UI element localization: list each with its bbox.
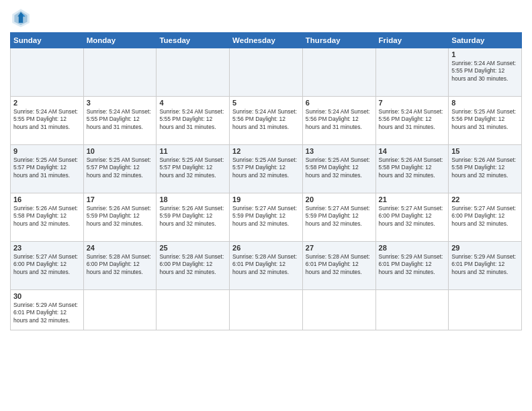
day-info: Sunrise: 5:26 AM Sunset: 5:59 PM Dayligh… bbox=[87, 205, 154, 228]
day-number: 13 bbox=[306, 147, 373, 155]
day-number: 19 bbox=[232, 195, 300, 203]
day-number: 16 bbox=[13, 195, 81, 203]
day-info: Sunrise: 5:26 AM Sunset: 5:58 PM Dayligh… bbox=[451, 156, 519, 179]
day-info: Sunrise: 5:29 AM Sunset: 6:01 PM Dayligh… bbox=[451, 253, 519, 276]
day-info: Sunrise: 5:24 AM Sunset: 5:55 PM Dayligh… bbox=[87, 108, 154, 131]
day-info: Sunrise: 5:24 AM Sunset: 5:55 PM Dayligh… bbox=[13, 108, 81, 131]
day-number: 11 bbox=[159, 147, 226, 155]
day-number: 4 bbox=[159, 99, 226, 107]
generalblue-icon bbox=[10, 7, 32, 28]
day-info: Sunrise: 5:24 AM Sunset: 5:56 PM Dayligh… bbox=[379, 108, 446, 131]
day-number: 18 bbox=[159, 195, 226, 203]
col-header-monday: Monday bbox=[83, 33, 157, 48]
day-cell: 5Sunrise: 5:24 AM Sunset: 5:56 PM Daylig… bbox=[230, 97, 303, 145]
day-info: Sunrise: 5:28 AM Sunset: 6:00 PM Dayligh… bbox=[159, 253, 226, 276]
week-row-3: 9Sunrise: 5:25 AM Sunset: 5:57 PM Daylig… bbox=[11, 145, 522, 193]
day-cell: 13Sunrise: 5:25 AM Sunset: 5:58 PM Dayli… bbox=[302, 145, 375, 193]
calendar-table: SundayMondayTuesdayWednesdayThursdayFrid… bbox=[10, 32, 522, 330]
day-info: Sunrise: 5:25 AM Sunset: 5:57 PM Dayligh… bbox=[159, 156, 226, 179]
day-info: Sunrise: 5:24 AM Sunset: 5:56 PM Dayligh… bbox=[232, 108, 300, 131]
day-info: Sunrise: 5:28 AM Sunset: 6:01 PM Dayligh… bbox=[306, 253, 373, 276]
day-info: Sunrise: 5:28 AM Sunset: 6:01 PM Dayligh… bbox=[232, 253, 300, 276]
day-number: 2 bbox=[13, 99, 81, 107]
day-cell: 10Sunrise: 5:25 AM Sunset: 5:57 PM Dayli… bbox=[83, 145, 157, 193]
day-info: Sunrise: 5:29 AM Sunset: 6:01 PM Dayligh… bbox=[379, 253, 446, 276]
day-cell bbox=[230, 290, 303, 330]
day-number: 8 bbox=[451, 99, 519, 107]
day-cell bbox=[302, 48, 375, 97]
day-cell: 16Sunrise: 5:26 AM Sunset: 5:58 PM Dayli… bbox=[11, 193, 84, 242]
day-number: 28 bbox=[379, 244, 446, 252]
day-number: 15 bbox=[451, 147, 519, 155]
logo bbox=[10, 7, 34, 28]
day-cell: 27Sunrise: 5:28 AM Sunset: 6:01 PM Dayli… bbox=[302, 242, 375, 290]
day-number: 6 bbox=[306, 99, 373, 107]
day-number: 12 bbox=[232, 147, 300, 155]
day-cell bbox=[83, 290, 157, 330]
day-cell: 25Sunrise: 5:28 AM Sunset: 6:00 PM Dayli… bbox=[157, 242, 230, 290]
day-number: 1 bbox=[451, 50, 519, 58]
day-cell: 21Sunrise: 5:27 AM Sunset: 6:00 PM Dayli… bbox=[375, 193, 449, 242]
day-cell: 14Sunrise: 5:26 AM Sunset: 5:58 PM Dayli… bbox=[375, 145, 449, 193]
day-number: 5 bbox=[232, 99, 300, 107]
day-info: Sunrise: 5:27 AM Sunset: 5:59 PM Dayligh… bbox=[232, 205, 300, 228]
col-header-tuesday: Tuesday bbox=[157, 33, 230, 48]
day-info: Sunrise: 5:27 AM Sunset: 6:00 PM Dayligh… bbox=[451, 205, 519, 228]
day-cell: 23Sunrise: 5:27 AM Sunset: 6:00 PM Dayli… bbox=[11, 242, 84, 290]
day-number: 21 bbox=[379, 195, 446, 203]
day-cell: 24Sunrise: 5:28 AM Sunset: 6:00 PM Dayli… bbox=[83, 242, 157, 290]
day-cell: 15Sunrise: 5:26 AM Sunset: 5:58 PM Dayli… bbox=[449, 145, 522, 193]
day-info: Sunrise: 5:27 AM Sunset: 5:59 PM Dayligh… bbox=[306, 205, 373, 228]
day-info: Sunrise: 5:27 AM Sunset: 6:00 PM Dayligh… bbox=[379, 205, 446, 228]
day-cell bbox=[375, 290, 449, 330]
day-cell: 20Sunrise: 5:27 AM Sunset: 5:59 PM Dayli… bbox=[302, 193, 375, 242]
page: SundayMondayTuesdayWednesdayThursdayFrid… bbox=[0, 0, 532, 337]
day-number: 14 bbox=[379, 147, 446, 155]
day-cell bbox=[302, 290, 375, 330]
day-cell: 30Sunrise: 5:29 AM Sunset: 6:01 PM Dayli… bbox=[11, 290, 84, 330]
day-cell: 9Sunrise: 5:25 AM Sunset: 5:57 PM Daylig… bbox=[11, 145, 84, 193]
day-cell: 12Sunrise: 5:25 AM Sunset: 5:57 PM Dayli… bbox=[230, 145, 303, 193]
day-info: Sunrise: 5:25 AM Sunset: 5:56 PM Dayligh… bbox=[451, 108, 519, 131]
day-cell: 7Sunrise: 5:24 AM Sunset: 5:56 PM Daylig… bbox=[375, 97, 449, 145]
day-info: Sunrise: 5:26 AM Sunset: 5:59 PM Dayligh… bbox=[159, 205, 226, 228]
col-header-thursday: Thursday bbox=[302, 33, 375, 48]
day-cell: 2Sunrise: 5:24 AM Sunset: 5:55 PM Daylig… bbox=[11, 97, 84, 145]
day-info: Sunrise: 5:25 AM Sunset: 5:57 PM Dayligh… bbox=[13, 156, 81, 179]
day-info: Sunrise: 5:26 AM Sunset: 5:58 PM Dayligh… bbox=[13, 205, 81, 228]
col-header-friday: Friday bbox=[375, 33, 449, 48]
week-row-2: 2Sunrise: 5:24 AM Sunset: 5:55 PM Daylig… bbox=[11, 97, 522, 145]
day-cell: 26Sunrise: 5:28 AM Sunset: 6:01 PM Dayli… bbox=[230, 242, 303, 290]
day-cell: 8Sunrise: 5:25 AM Sunset: 5:56 PM Daylig… bbox=[449, 97, 522, 145]
day-number: 25 bbox=[159, 244, 226, 252]
day-cell: 11Sunrise: 5:25 AM Sunset: 5:57 PM Dayli… bbox=[157, 145, 230, 193]
day-info: Sunrise: 5:24 AM Sunset: 5:56 PM Dayligh… bbox=[306, 108, 373, 131]
day-number: 20 bbox=[306, 195, 373, 203]
day-number: 9 bbox=[13, 147, 81, 155]
day-number: 26 bbox=[232, 244, 300, 252]
day-cell: 29Sunrise: 5:29 AM Sunset: 6:01 PM Dayli… bbox=[449, 242, 522, 290]
day-cell bbox=[230, 48, 303, 97]
day-number: 22 bbox=[451, 195, 519, 203]
col-header-saturday: Saturday bbox=[449, 33, 522, 48]
day-info: Sunrise: 5:29 AM Sunset: 6:01 PM Dayligh… bbox=[13, 302, 81, 324]
day-cell: 6Sunrise: 5:24 AM Sunset: 5:56 PM Daylig… bbox=[302, 97, 375, 145]
day-number: 3 bbox=[87, 99, 154, 107]
day-cell: 4Sunrise: 5:24 AM Sunset: 5:55 PM Daylig… bbox=[157, 97, 230, 145]
day-info: Sunrise: 5:26 AM Sunset: 5:58 PM Dayligh… bbox=[379, 156, 446, 179]
day-cell bbox=[375, 48, 449, 97]
day-info: Sunrise: 5:24 AM Sunset: 5:55 PM Dayligh… bbox=[451, 60, 519, 83]
day-info: Sunrise: 5:28 AM Sunset: 6:00 PM Dayligh… bbox=[87, 253, 154, 276]
day-cell bbox=[83, 48, 157, 97]
day-cell bbox=[11, 48, 84, 97]
week-row-5: 23Sunrise: 5:27 AM Sunset: 6:00 PM Dayli… bbox=[11, 242, 522, 290]
day-number: 27 bbox=[306, 244, 373, 252]
day-cell: 19Sunrise: 5:27 AM Sunset: 5:59 PM Dayli… bbox=[230, 193, 303, 242]
day-cell bbox=[157, 290, 230, 330]
day-cell: 3Sunrise: 5:24 AM Sunset: 5:55 PM Daylig… bbox=[83, 97, 157, 145]
week-row-1: 1Sunrise: 5:24 AM Sunset: 5:55 PM Daylig… bbox=[11, 48, 522, 97]
day-number: 29 bbox=[451, 244, 519, 252]
day-number: 17 bbox=[87, 195, 154, 203]
day-number: 30 bbox=[13, 292, 81, 300]
day-info: Sunrise: 5:25 AM Sunset: 5:57 PM Dayligh… bbox=[87, 156, 154, 179]
